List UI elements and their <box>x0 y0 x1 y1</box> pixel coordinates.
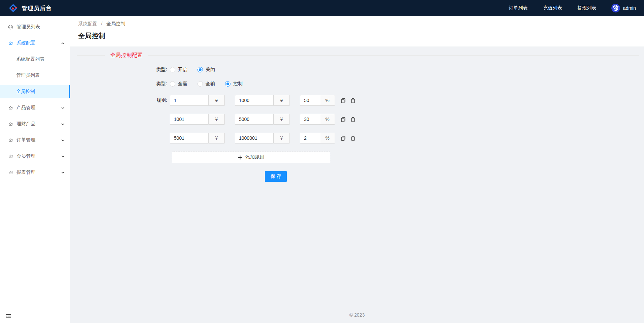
sidebar-item-label: 会员管理 <box>17 153 58 159</box>
crown-icon <box>8 41 13 46</box>
topnav: 订单列表 充值列表 提现列表 du admin <box>493 4 636 12</box>
global-control-form: 类型: 开启 关闭 类型: <box>70 67 644 182</box>
delete-icon[interactable] <box>350 117 356 122</box>
breadcrumb: 系统配置 / 全局控制 <box>78 21 636 27</box>
topnav-withdraw-list[interactable]: 提现列表 <box>578 5 596 11</box>
divider-line <box>148 55 639 56</box>
user-menu[interactable]: du admin <box>611 4 636 12</box>
sidebar-item-label: 理财产品 <box>17 121 58 127</box>
radio-circle <box>170 81 175 87</box>
type-switch-label: 类型: <box>70 67 170 73</box>
layout: 管理员列表 系统配置 系统配置列表 <box>0 16 644 323</box>
currency-addon: ¥ <box>274 114 290 125</box>
radio-open[interactable]: 开启 <box>170 67 187 73</box>
page-title: 全局控制 <box>78 31 636 40</box>
radio-control[interactable]: 控制 <box>225 81 243 87</box>
breadcrumb-parent[interactable]: 系统配置 <box>78 21 97 26</box>
copy-icon[interactable] <box>340 98 346 103</box>
rule-max-input[interactable] <box>235 95 274 106</box>
avatar: du <box>611 4 620 12</box>
crown-icon <box>8 138 13 143</box>
sidebar-item-wealth-products[interactable]: 理财产品 <box>0 117 70 131</box>
sidebar-subitem-label: 系统配置列表 <box>16 56 44 62</box>
topnav-recharge-list[interactable]: 充值列表 <box>543 5 562 11</box>
save-row: 保 存 <box>70 171 644 182</box>
section-divider: 全局控制配置 <box>77 51 639 59</box>
rule-percent-input[interactable] <box>300 133 320 143</box>
main: 系统配置 / 全局控制 全局控制 全局控制配置 类型: <box>70 16 644 323</box>
rule-max-group: ¥ <box>235 133 290 143</box>
smile-icon <box>8 25 13 30</box>
sidebar-item-label: 管理员列表 <box>17 24 65 30</box>
logo-icon <box>8 3 18 13</box>
sidebar-item-report-management[interactable]: 报表管理 <box>0 166 70 179</box>
plus-icon <box>238 155 242 160</box>
type-mode-row: 类型: 全赢 全输 控制 <box>70 81 644 87</box>
rule-row: ¥ ¥ % <box>70 114 644 125</box>
sidebar-collapse[interactable] <box>0 310 70 323</box>
sidebar-item-order-management[interactable]: 订单管理 <box>0 133 70 147</box>
percent-addon: % <box>320 95 335 106</box>
sidebar-subitem-label: 全局控制 <box>16 89 35 95</box>
rule-min-group: ¥ <box>170 133 225 143</box>
sidebar-menu: 管理员列表 系统配置 系统配置列表 <box>0 16 70 310</box>
copy-icon[interactable] <box>340 135 346 141</box>
add-rule-button[interactable]: 添加规则 <box>172 152 330 163</box>
crown-icon <box>8 154 13 159</box>
rule-percent-input[interactable] <box>300 95 320 106</box>
rule-max-input[interactable] <box>235 114 274 125</box>
sidebar-subitem-system-config-list[interactable]: 系统配置列表 <box>0 53 70 66</box>
radio-all-win[interactable]: 全赢 <box>170 81 187 87</box>
percent-addon: % <box>320 114 335 125</box>
chevron-down-icon <box>61 122 65 126</box>
rule-percent-input[interactable] <box>300 114 320 125</box>
rule-min-input[interactable] <box>170 114 209 125</box>
chevron-down-icon <box>61 171 65 174</box>
rule-min-input[interactable] <box>170 133 209 143</box>
sidebar-subitem-global-control[interactable]: 全局控制 <box>0 85 70 98</box>
rule-row: ¥ ¥ % <box>70 133 644 143</box>
radio-close[interactable]: 关闭 <box>197 67 215 73</box>
radio-circle <box>197 81 203 87</box>
sidebar-subitem-admin-list[interactable]: 管理员列表 <box>0 69 70 82</box>
divider-line <box>77 55 105 56</box>
currency-addon: ¥ <box>209 95 225 106</box>
topnav-order-list[interactable]: 订单列表 <box>509 5 528 11</box>
radio-all-lose[interactable]: 全输 <box>197 81 215 87</box>
rule-min-group: ¥ <box>170 114 225 125</box>
rule-percent-group: % <box>300 114 335 125</box>
sidebar-item-product-management[interactable]: 产品管理 <box>0 101 70 115</box>
rule-percent-group: % <box>300 133 335 143</box>
currency-addon: ¥ <box>209 133 225 143</box>
type-switch-row: 类型: 开启 关闭 <box>70 67 644 73</box>
delete-icon[interactable] <box>350 135 356 141</box>
rule-min-group: ¥ <box>170 95 225 106</box>
sidebar-item-member-management[interactable]: 会员管理 <box>0 150 70 163</box>
crown-icon <box>8 105 13 110</box>
sidebar-subitem-label: 管理员列表 <box>16 72 40 78</box>
crown-icon <box>8 170 13 175</box>
sidebar-item-admin-list[interactable]: 管理员列表 <box>0 20 70 34</box>
save-button[interactable]: 保 存 <box>265 171 287 182</box>
crown-icon <box>8 122 13 127</box>
rule-percent-group: % <box>300 95 335 106</box>
copy-icon[interactable] <box>340 117 346 122</box>
sidebar-item-system-config[interactable]: 系统配置 <box>0 36 70 50</box>
page-header: 系统配置 / 全局控制 全局控制 <box>70 16 644 46</box>
sidebar: 管理员列表 系统配置 系统配置列表 <box>0 16 70 323</box>
chevron-down-icon <box>61 155 65 158</box>
delete-icon[interactable] <box>350 98 356 103</box>
content: 全局控制配置 类型: 开启 关闭 <box>70 46 644 323</box>
chevron-down-icon <box>61 138 65 142</box>
rule-min-input[interactable] <box>170 95 209 106</box>
section-title: 全局控制配置 <box>105 52 148 59</box>
chevron-down-icon <box>61 106 65 110</box>
currency-addon: ¥ <box>209 114 225 125</box>
rule-max-input[interactable] <box>235 133 274 143</box>
sidebar-item-label: 产品管理 <box>17 105 58 111</box>
percent-addon: % <box>320 133 335 143</box>
rule-max-group: ¥ <box>235 114 290 125</box>
footer-copyright: © 2023 <box>70 312 644 323</box>
sidebar-item-label: 系统配置 <box>17 40 58 46</box>
rule-max-group: ¥ <box>235 95 290 106</box>
